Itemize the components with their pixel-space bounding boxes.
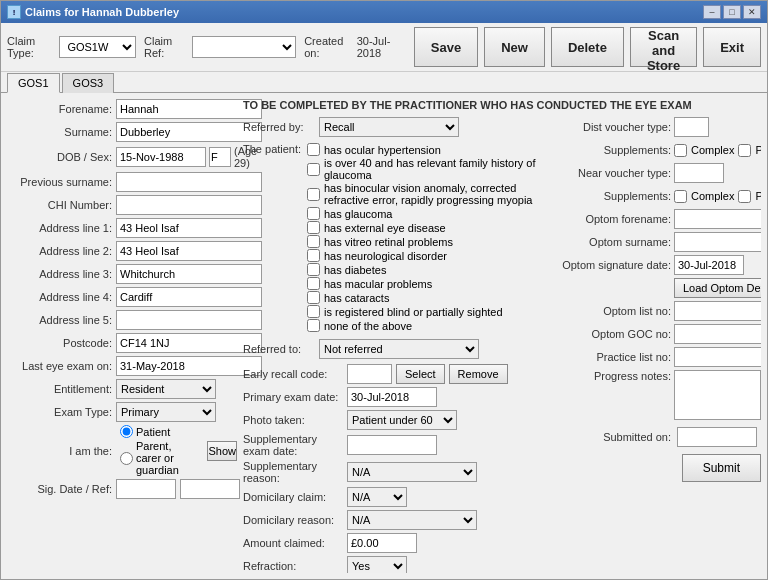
- condition-check-3[interactable]: [307, 207, 320, 220]
- supplements2-checkboxes: Complex Prism Tints: [674, 190, 761, 203]
- optom-sig-input[interactable]: [674, 255, 744, 275]
- select-button[interactable]: Select: [396, 364, 445, 384]
- exam-type-select[interactable]: Primary: [116, 402, 216, 422]
- referred-to-select[interactable]: Not referred: [319, 339, 479, 359]
- address4-input[interactable]: [116, 287, 262, 307]
- remove-button[interactable]: Remove: [449, 364, 508, 384]
- condition-check-5[interactable]: [307, 235, 320, 248]
- postcode-input[interactable]: [116, 333, 262, 353]
- condition-row-3: has glaucoma: [307, 207, 555, 220]
- complex-check2[interactable]: [674, 190, 687, 203]
- amount-row: Amount claimed:: [243, 533, 555, 553]
- load-optom-button[interactable]: Load Optom Details: [674, 278, 761, 298]
- tab-gos3[interactable]: GOS3: [62, 73, 115, 93]
- chi-input[interactable]: [116, 195, 262, 215]
- condition-check-9[interactable]: [307, 291, 320, 304]
- optom-forename-input[interactable]: [674, 209, 761, 229]
- close-button[interactable]: ✕: [743, 5, 761, 19]
- complex-label1: Complex: [691, 144, 734, 156]
- exit-button[interactable]: Exit: [703, 27, 761, 67]
- chi-label: CHI Number:: [7, 199, 112, 211]
- forename-input[interactable]: [116, 99, 262, 119]
- scan-store-button[interactable]: Scan and Store: [630, 27, 697, 67]
- condition-check-2[interactable]: [307, 188, 320, 201]
- condition-check-0[interactable]: [307, 143, 320, 156]
- submitted-input[interactable]: [677, 427, 757, 447]
- dob-input[interactable]: [116, 147, 206, 167]
- dom-reason-select[interactable]: N/A: [347, 510, 477, 530]
- condition-check-7[interactable]: [307, 263, 320, 276]
- chi-row: CHI Number:: [7, 195, 237, 215]
- primary-exam-input[interactable]: [347, 387, 437, 407]
- condition-check-4[interactable]: [307, 221, 320, 234]
- amount-input[interactable]: [347, 533, 417, 553]
- dom-reason-row: Domicilary reason: N/A: [243, 510, 555, 530]
- dom-reason-label: Domicilary reason:: [243, 514, 343, 526]
- new-button[interactable]: New: [484, 27, 545, 67]
- supp-reason-select[interactable]: N/A: [347, 462, 477, 482]
- dob-row: DOB / Sex: (Age 29): [7, 145, 237, 169]
- entitlement-select[interactable]: Resident: [116, 379, 216, 399]
- dist-voucher-input[interactable]: [674, 117, 709, 137]
- optom-list-row: Optom list no:: [561, 301, 761, 321]
- address5-row: Address line 5:: [7, 310, 237, 330]
- section-title: TO BE COMPLETED BY THE PRACTITIONER WHO …: [243, 99, 761, 111]
- address1-input[interactable]: [116, 218, 262, 238]
- surname-input[interactable]: [116, 122, 262, 142]
- dist-voucher-row: Dist voucher type:: [561, 117, 761, 137]
- sig-date-input[interactable]: [116, 479, 176, 499]
- maximize-button[interactable]: □: [723, 5, 741, 19]
- main-content: Forename: Surname: DOB / Sex: (Age 29) P…: [1, 93, 767, 579]
- condition-check-8[interactable]: [307, 277, 320, 290]
- early-recall-input[interactable]: [347, 364, 392, 384]
- save-button[interactable]: Save: [414, 27, 478, 67]
- sig-ref-input[interactable]: [180, 479, 240, 499]
- show-button[interactable]: Show: [207, 441, 237, 461]
- early-recall-label: Early recall code:: [243, 368, 343, 380]
- condition-check-11[interactable]: [307, 319, 320, 332]
- address5-input[interactable]: [116, 310, 262, 330]
- dom-claim-select[interactable]: N/A: [347, 487, 407, 507]
- prism-check2[interactable]: [738, 190, 751, 203]
- claim-ref-select[interactable]: [192, 36, 296, 58]
- photo-select[interactable]: Patient under 60: [347, 410, 457, 430]
- address1-row: Address line 1:: [7, 218, 237, 238]
- complex-check1[interactable]: [674, 144, 687, 157]
- dist-voucher-label: Dist voucher type:: [561, 121, 671, 133]
- optom-goc-input[interactable]: [674, 324, 761, 344]
- photo-row: Photo taken: Patient under 60: [243, 410, 555, 430]
- supplements1-row: Supplements: Complex Prism Tints: [561, 140, 761, 160]
- dob-label: DOB / Sex:: [7, 151, 112, 163]
- sig-row: Sig. Date / Ref:: [7, 479, 237, 499]
- tab-gos1[interactable]: GOS1: [7, 73, 60, 93]
- address5-label: Address line 5:: [7, 314, 112, 326]
- radio-guardian[interactable]: [120, 452, 133, 465]
- condition-label-3: has glaucoma: [324, 208, 393, 220]
- claim-type-select[interactable]: GOS1W: [59, 36, 136, 58]
- delete-button[interactable]: Delete: [551, 27, 624, 67]
- patient-label: The patient:: [243, 143, 303, 332]
- optom-list-input[interactable]: [674, 301, 761, 321]
- address2-input[interactable]: [116, 241, 262, 261]
- progress-notes-input[interactable]: [674, 370, 761, 420]
- submit-button[interactable]: Submit: [682, 454, 761, 482]
- condition-check-1[interactable]: [307, 163, 320, 176]
- condition-row-1: is over 40 and has relevant family histo…: [307, 157, 555, 181]
- condition-label-11: none of the above: [324, 320, 412, 332]
- sex-input[interactable]: [209, 147, 231, 167]
- address3-input[interactable]: [116, 264, 262, 284]
- radio-patient[interactable]: [120, 425, 133, 438]
- practice-list-input[interactable]: [674, 347, 761, 367]
- last-eye-input[interactable]: [116, 356, 262, 376]
- supp-exam-input[interactable]: [347, 435, 437, 455]
- prism-check1[interactable]: [738, 144, 751, 157]
- prev-surname-input[interactable]: [116, 172, 262, 192]
- optom-surname-input[interactable]: [674, 232, 761, 252]
- refraction-select[interactable]: Yes: [347, 556, 407, 573]
- near-voucher-input[interactable]: [674, 163, 724, 183]
- minimize-button[interactable]: –: [703, 5, 721, 19]
- referred-by-select[interactable]: Recall: [319, 117, 459, 137]
- condition-check-10[interactable]: [307, 305, 320, 318]
- condition-label-5: has vitreo retinal problems: [324, 236, 453, 248]
- condition-check-6[interactable]: [307, 249, 320, 262]
